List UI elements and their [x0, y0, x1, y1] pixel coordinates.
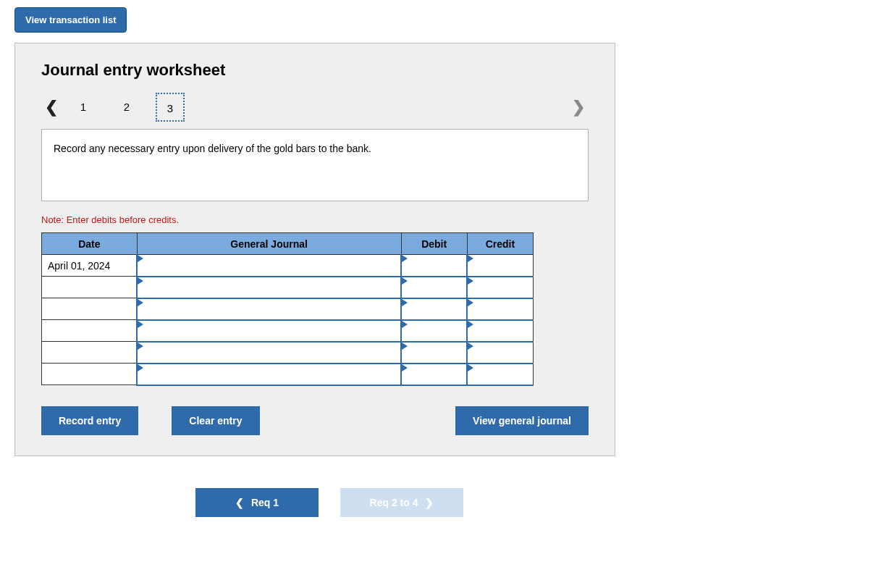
journal-entry-worksheet-panel: Journal entry worksheet ❮ 1 2 3 ❯ Record… — [14, 43, 615, 456]
col-debit-header: Debit — [401, 233, 467, 255]
credit-cell[interactable] — [467, 255, 533, 277]
action-row: Record entry Clear entry View general jo… — [41, 406, 589, 435]
date-cell[interactable] — [42, 342, 138, 364]
date-cell[interactable] — [42, 298, 138, 320]
credit-cell[interactable] — [467, 342, 533, 364]
general-journal-cell[interactable] — [137, 277, 401, 298]
credit-cell[interactable] — [467, 364, 533, 385]
view-general-journal-button[interactable]: View general journal — [455, 406, 589, 435]
debit-cell[interactable] — [401, 277, 467, 298]
worksheet-title: Journal entry worksheet — [41, 61, 589, 80]
col-credit-header: Credit — [467, 233, 533, 255]
date-cell[interactable]: April 01, 2024 — [42, 255, 138, 277]
chevron-right-icon: ❯ — [425, 497, 434, 508]
date-cell[interactable] — [42, 364, 138, 385]
table-row — [42, 342, 534, 364]
prev-req-button[interactable]: ❮ Req 1 — [195, 488, 319, 517]
tab-next-icon[interactable]: ❯ — [568, 98, 589, 117]
table-row — [42, 298, 534, 320]
debit-cell[interactable] — [401, 255, 467, 277]
col-date-header: Date — [42, 233, 138, 255]
general-journal-cell[interactable] — [137, 255, 401, 277]
clear-entry-button[interactable]: Clear entry — [172, 406, 259, 435]
col-general-journal-header: General Journal — [137, 233, 401, 255]
debit-cell[interactable] — [401, 364, 467, 385]
table-row — [42, 320, 534, 342]
debit-cell[interactable] — [401, 342, 467, 364]
credit-cell[interactable] — [467, 298, 533, 320]
credit-cell[interactable] — [467, 320, 533, 342]
debit-cell[interactable] — [401, 320, 467, 342]
view-transaction-list-button[interactable]: View transaction list — [14, 7, 127, 33]
credit-cell[interactable] — [467, 277, 533, 298]
journal-entry-table: Date General Journal Debit Credit April … — [41, 232, 534, 386]
debit-cell[interactable] — [401, 298, 467, 320]
chevron-left-icon: ❮ — [235, 497, 244, 508]
instruction-text: Record any necessary entry upon delivery… — [41, 129, 589, 201]
general-journal-cell[interactable] — [137, 364, 401, 385]
general-journal-cell[interactable] — [137, 320, 401, 342]
table-row — [42, 364, 534, 385]
tab-prev-icon[interactable]: ❮ — [41, 98, 62, 117]
date-cell[interactable] — [42, 320, 138, 342]
worksheet-tab-row: ❮ 1 2 3 ❯ — [41, 93, 589, 122]
table-row: April 01, 2024 — [42, 255, 534, 277]
prev-req-label: Req 1 — [251, 497, 279, 508]
general-journal-cell[interactable] — [137, 298, 401, 320]
date-cell[interactable] — [42, 277, 138, 298]
worksheet-tab-3[interactable]: 3 — [156, 93, 185, 122]
worksheet-tab-2[interactable]: 2 — [112, 93, 141, 122]
next-req-button[interactable]: Req 2 to 4 ❯ — [340, 488, 463, 517]
record-entry-button[interactable]: Record entry — [41, 406, 138, 435]
bottom-nav: ❮ Req 1 Req 2 to 4 ❯ — [29, 488, 630, 517]
note-text: Note: Enter debits before credits. — [41, 214, 589, 225]
table-row — [42, 277, 534, 298]
worksheet-tab-1[interactable]: 1 — [69, 93, 98, 122]
next-req-label: Req 2 to 4 — [370, 497, 418, 508]
general-journal-cell[interactable] — [137, 342, 401, 364]
